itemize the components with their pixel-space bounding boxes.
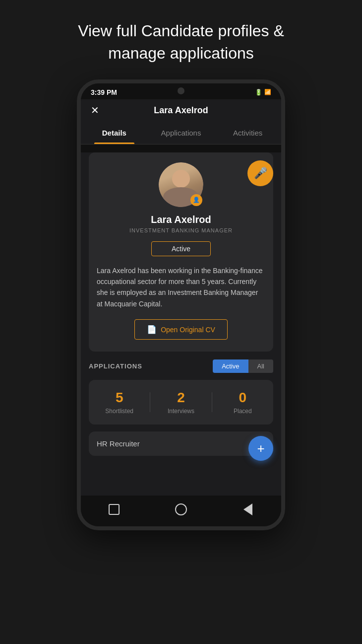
- status-time: 3:39 PM: [91, 88, 117, 96]
- applications-header: APPLICATIONS Active All: [89, 359, 273, 373]
- status-badge: Active: [151, 241, 211, 256]
- mic-button[interactable]: 🎤: [247, 160, 273, 186]
- battery-icon: 🔋: [255, 89, 262, 96]
- filter-all-tab[interactable]: All: [248, 359, 273, 373]
- placed-label: Placed: [234, 408, 252, 415]
- camera-notch: [178, 87, 184, 94]
- tab-applications[interactable]: Applications: [148, 122, 215, 144]
- page-heading: View full Candidate profiles & manage ap…: [48, 0, 314, 79]
- candidate-job-title: INVESTMENT BANKING MANAGER: [129, 227, 233, 233]
- candidate-name: Lara Axelrod: [151, 214, 211, 225]
- status-bar: 3:39 PM 🔋 📶: [81, 83, 281, 99]
- circle-icon: [175, 503, 187, 515]
- stat-shortlisted: 5 Shortlisted: [89, 390, 150, 415]
- tab-bar: Details Applications Activities: [81, 122, 281, 144]
- cv-button-label: Open Original CV: [161, 326, 215, 334]
- app-header: ✕ Lara Axelrod: [81, 99, 281, 122]
- header-title: Lara Axelrod: [154, 105, 208, 116]
- filter-tabs: Active All: [213, 359, 273, 373]
- filter-active-tab[interactable]: Active: [213, 359, 248, 373]
- shortlisted-count: 5: [116, 390, 123, 406]
- nav-back-button[interactable]: [174, 502, 188, 516]
- avatar-container: 👤: [159, 162, 203, 207]
- square-icon: [109, 504, 120, 515]
- avatar-badge: 👤: [190, 194, 202, 206]
- triangle-icon: [243, 503, 252, 515]
- stat-placed: 0 Placed: [212, 390, 273, 415]
- nav-recent-button[interactable]: [241, 502, 255, 516]
- add-fab-button[interactable]: +: [248, 436, 273, 461]
- profile-card: 👤 Lara Axelrod INVESTMENT BANKING MANAGE…: [89, 152, 273, 352]
- document-icon: 📄: [147, 325, 157, 334]
- placed-count: 0: [239, 390, 247, 406]
- tab-activities[interactable]: Activities: [214, 122, 281, 144]
- mic-icon: 🎤: [254, 167, 267, 180]
- bottom-navigation: [81, 496, 281, 526]
- recruiter-label: HR Recruiter: [97, 439, 140, 448]
- heading-line2: manage applications: [108, 44, 254, 62]
- wifi-icon: 📶: [264, 89, 271, 95]
- applications-label: APPLICATIONS: [89, 362, 142, 370]
- interviews-label: Interviews: [168, 408, 194, 415]
- user-icon: 👤: [193, 197, 200, 203]
- nav-home-button[interactable]: [107, 502, 121, 516]
- status-icons: 🔋 📶: [255, 89, 271, 96]
- recruiter-row[interactable]: HR Recruiter: [89, 431, 273, 456]
- close-button[interactable]: ✕: [91, 104, 99, 116]
- open-cv-button[interactable]: 📄 Open Original CV: [134, 319, 228, 340]
- bio-text: Lara Axelrod has been working in the Ban…: [97, 265, 265, 310]
- tab-details[interactable]: Details: [81, 122, 148, 144]
- phone-frame: 3:39 PM 🔋 📶 ✕ Lara Axelrod Details Appli…: [77, 79, 285, 531]
- interviews-count: 2: [177, 390, 185, 406]
- heading-line1: View full Candidate profiles &: [78, 22, 284, 40]
- shortlisted-label: Shortlisted: [105, 408, 133, 415]
- stat-interviews: 2 Interviews: [150, 390, 211, 415]
- stats-card: 5 Shortlisted 2 Interviews 0 Placed: [89, 380, 273, 425]
- main-content: 🎤 👤 Lara Axelrod INVESTMENT BANKING MANA…: [81, 152, 281, 496]
